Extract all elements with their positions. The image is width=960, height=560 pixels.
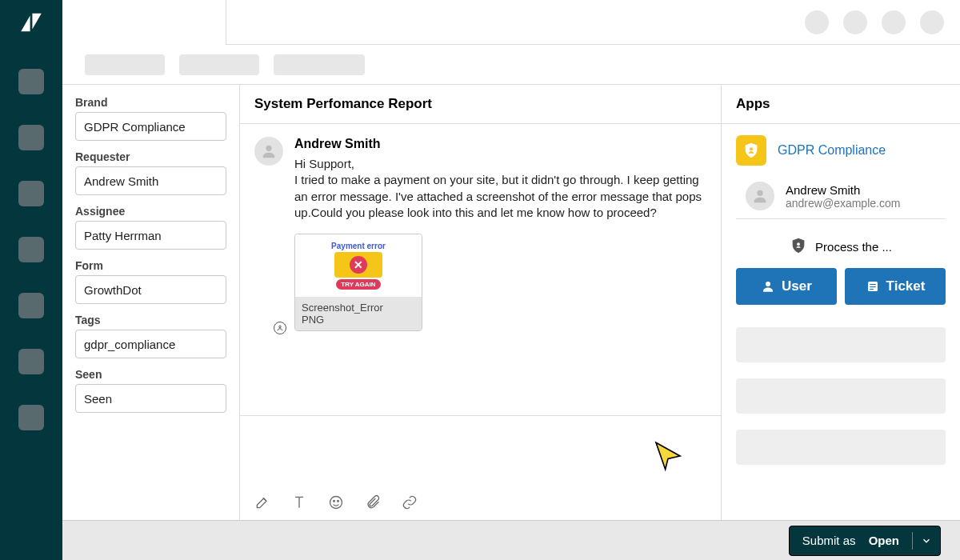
svg-rect-12 — [870, 289, 874, 290]
svg-point-6 — [757, 190, 762, 196]
svg-rect-10 — [870, 284, 876, 285]
header-action-2[interactable] — [843, 10, 867, 34]
form-select[interactable]: GrowthDot — [75, 275, 226, 304]
apps-title: Apps — [736, 96, 946, 112]
chevron-down-icon — [921, 535, 932, 546]
app-row[interactable]: GDPR Compliance — [736, 124, 946, 177]
brand-select[interactable]: GDPR Compliance — [75, 112, 226, 141]
tags-input[interactable]: gdpr_compliance — [75, 330, 226, 358]
rail-item-5[interactable] — [18, 293, 44, 318]
svg-point-4 — [338, 501, 339, 502]
app-user-email: andrew@example.com — [786, 197, 900, 210]
svg-point-0 — [266, 146, 271, 151]
message-author: Andrew Smith — [294, 137, 706, 151]
apps-placeholder-1 — [736, 327, 946, 362]
header-action-3[interactable] — [882, 10, 906, 34]
svg-point-2 — [330, 497, 342, 509]
footer: Submit as Open — [62, 520, 960, 560]
process-label: Process the ... — [815, 240, 892, 254]
app-user-name: Andrew Smith — [786, 183, 900, 197]
shield-small-icon — [790, 237, 807, 257]
svg-rect-11 — [870, 286, 876, 287]
error-icon: ✕ — [350, 256, 367, 274]
apps-panel: Apps GDPR Compliance Andrew Smith andrew… — [722, 85, 960, 520]
tags-label: Tags — [75, 314, 226, 326]
assignee-label: Assignee — [75, 205, 226, 218]
brand-label: Brand — [75, 96, 226, 109]
link-icon[interactable] — [402, 494, 418, 514]
content-row: Brand GDPR Compliance Requester Andrew S… — [62, 85, 960, 520]
compose-icon[interactable] — [254, 494, 270, 514]
assignee-select[interactable]: Patty Herrman — [75, 221, 226, 250]
message-avatar — [254, 137, 283, 331]
attachment-thumbnail: Payment error ✕ TRY AGAIN — [295, 234, 422, 297]
apps-placeholder-3 — [736, 430, 946, 465]
svg-point-8 — [766, 282, 770, 286]
person-icon — [274, 322, 286, 334]
app-name: GDPR Compliance — [778, 143, 886, 158]
seen-label: Seen — [75, 368, 226, 381]
header-action-1[interactable] — [805, 10, 829, 34]
main-column: Brand GDPR Compliance Requester Andrew S… — [62, 0, 960, 560]
svg-point-3 — [334, 501, 335, 502]
rail-item-2[interactable] — [18, 125, 44, 150]
attachment[interactable]: Payment error ✕ TRY AGAIN Screenshot_Err… — [294, 234, 422, 331]
messages: Andrew Smith Hi Support, I tried to make… — [240, 124, 721, 415]
seen-select[interactable]: Seen — [75, 384, 226, 413]
rail-item-1[interactable] — [18, 69, 44, 94]
toolbar-chip-1[interactable] — [85, 54, 165, 75]
attachment-filename: Screenshot_Error — [302, 302, 415, 314]
toolbar — [62, 45, 960, 85]
reply-composer — [240, 415, 721, 520]
attachment-filetype: PNG — [302, 314, 415, 326]
text-format-icon[interactable] — [291, 494, 307, 514]
rail-item-3[interactable] — [18, 181, 44, 206]
svg-point-1 — [279, 326, 282, 328]
composer-toolbar — [240, 488, 721, 520]
attachment-icon[interactable] — [365, 494, 381, 514]
svg-point-5 — [750, 147, 753, 150]
process-row: Process the ... — [736, 226, 946, 268]
rail-item-6[interactable] — [18, 349, 44, 374]
ticket-properties: Brand GDPR Compliance Requester Andrew S… — [62, 85, 240, 520]
reply-textarea[interactable] — [240, 416, 721, 488]
toolbar-chip-3[interactable] — [274, 54, 365, 75]
ticket-subject: System Perfomance Report — [240, 85, 721, 124]
form-label: Form — [75, 259, 226, 272]
nav-rail — [0, 0, 62, 560]
product-logo — [15, 6, 47, 38]
app-user-row: Andrew Smith andrew@example.com — [736, 177, 946, 218]
emoji-icon[interactable] — [328, 494, 344, 514]
apps-placeholder-2 — [736, 378, 946, 414]
user-avatar-icon — [746, 182, 774, 210]
requester-label: Requester — [75, 150, 226, 163]
shield-icon — [736, 135, 766, 166]
message-text: Hi Support, I tried to make a payment on… — [294, 156, 706, 221]
svg-point-7 — [797, 242, 800, 246]
header-avatar[interactable] — [920, 10, 944, 34]
submit-button[interactable]: Submit as Open — [789, 526, 941, 556]
ticket-button[interactable]: Ticket — [845, 268, 946, 305]
rail-item-7[interactable] — [18, 405, 44, 430]
toolbar-chip-2[interactable] — [179, 54, 259, 75]
active-tab[interactable] — [62, 0, 226, 45]
requester-input[interactable]: Andrew Smith — [75, 166, 226, 195]
conversation-thread: System Perfomance Report Andrew Smith — [240, 85, 722, 520]
rail-item-4[interactable] — [18, 237, 44, 262]
message: Andrew Smith Hi Support, I tried to make… — [254, 137, 706, 331]
user-button[interactable]: User — [736, 268, 837, 305]
tab-bar — [62, 0, 960, 45]
